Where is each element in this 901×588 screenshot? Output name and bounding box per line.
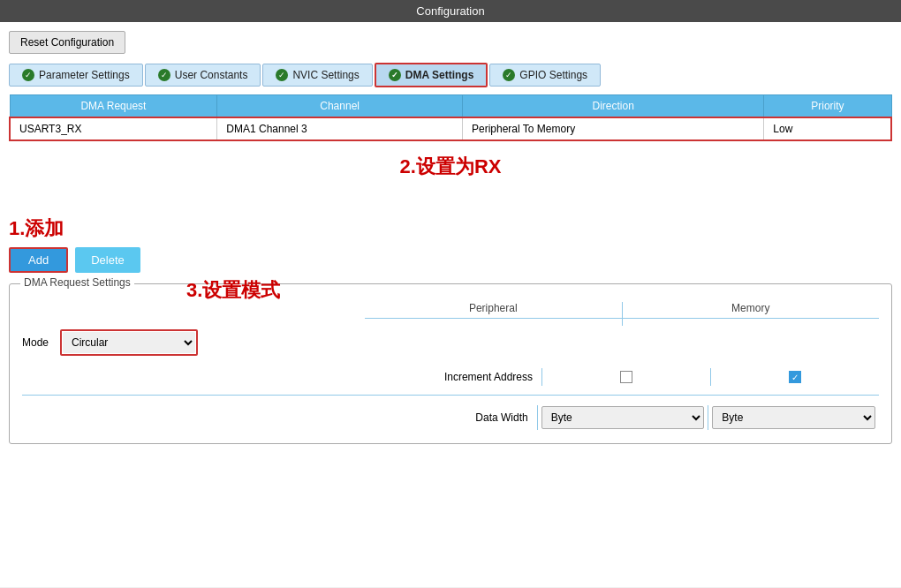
tab-user-constants-icon: ✓ — [158, 69, 170, 81]
memory-increment-checkbox[interactable]: ✓ — [789, 371, 801, 383]
dma-request-settings: DMA Request Settings 3.设置模式 Peripheral M… — [9, 283, 892, 444]
tab-nvic-icon: ✓ — [276, 69, 288, 81]
mode-select[interactable]: Circular Normal — [63, 332, 195, 353]
tab-parameter[interactable]: ✓ Parameter Settings — [9, 64, 143, 87]
annotation-rx: 2.设置为RX — [9, 147, 892, 207]
col-dma-request: DMA Request — [10, 95, 217, 118]
peripheral-increment-checkbox[interactable] — [620, 371, 632, 383]
add-button[interactable]: Add — [9, 247, 68, 273]
peripheral-col-header: Peripheral — [365, 302, 622, 319]
mode-label: Mode — [22, 336, 53, 349]
data-width-label: Data Width — [475, 411, 527, 424]
dma-table: DMA Request Channel Direction Priority U… — [9, 94, 892, 141]
peripheral-dw-select[interactable]: Byte Half Word Word — [541, 406, 705, 429]
tab-gpio-icon: ✓ — [503, 69, 515, 81]
buttons-row: Add Delete — [9, 247, 892, 273]
tab-user-constants[interactable]: ✓ User Constants — [145, 64, 261, 87]
memory-col-header: Memory — [623, 302, 880, 319]
tab-dma-icon: ✓ — [389, 69, 401, 81]
tab-parameter-icon: ✓ — [22, 69, 34, 81]
annotation-add: 1.添加 — [9, 207, 892, 247]
annotation-mode: 3.设置模式 — [186, 277, 280, 304]
tab-nvic[interactable]: ✓ NVIC Settings — [262, 64, 372, 87]
cell-priority: Low — [764, 117, 891, 140]
cell-dma-request: USART3_RX — [10, 117, 217, 140]
increment-address-label: Increment Address — [444, 371, 533, 383]
delete-button[interactable]: Delete — [75, 247, 140, 273]
table-row[interactable]: USART3_RX DMA1 Channel 3 Peripheral To M… — [10, 117, 891, 140]
col-direction: Direction — [462, 95, 763, 118]
tab-gpio[interactable]: ✓ GPIO Settings — [489, 64, 601, 87]
settings-inner: Peripheral Memory Mode Circular Normal — [22, 302, 879, 431]
settings-divider — [22, 395, 879, 396]
col-priority: Priority — [764, 95, 891, 118]
tab-dma[interactable]: ✓ DMA Settings — [375, 63, 488, 87]
col-channel: Channel — [217, 95, 463, 118]
tabs-row: ✓ Parameter Settings ✓ User Constants ✓ … — [9, 63, 892, 87]
dma-settings-legend: DMA Request Settings — [20, 276, 134, 289]
title-bar: Configuration — [0, 0, 901, 22]
cell-channel: DMA1 Channel 3 — [217, 117, 463, 140]
cell-direction: Peripheral To Memory — [462, 117, 763, 140]
memory-dw-select[interactable]: Byte Half Word Word — [712, 406, 875, 429]
reset-config-button[interactable]: Reset Configuration — [9, 31, 125, 54]
